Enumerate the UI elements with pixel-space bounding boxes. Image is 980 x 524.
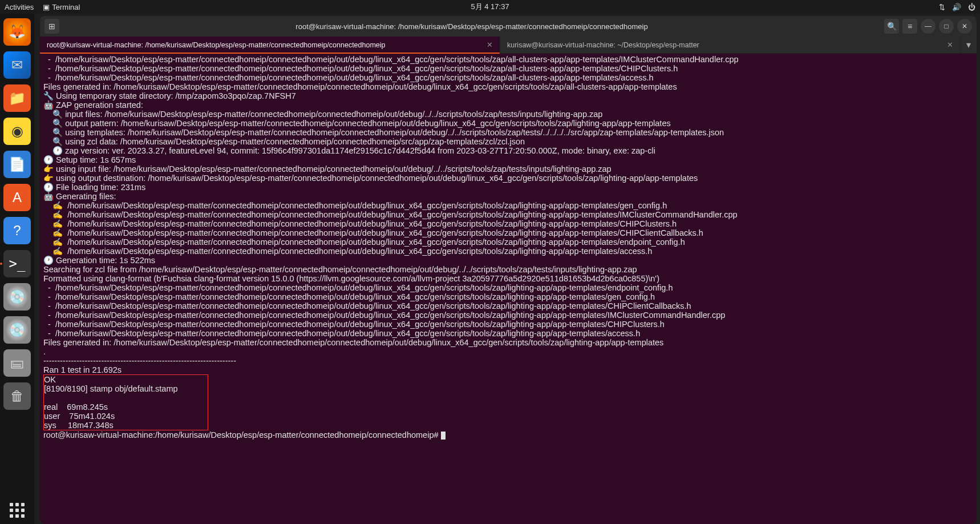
terminal-line: 🕐 zap version: ver. 2023.3.27, featureLe… [43,146,973,155]
terminal-line: ✍ /home/kurisaw/Desktop/esp/esp-matter/c… [43,237,973,247]
search-icon: 🔍 [887,22,897,31]
terminal-line: [8190/8190] stamp obj/default.stamp [44,384,208,393]
tab-1[interactable]: root@kurisaw-virtual-machine: /home/kuri… [40,37,500,53]
gnome-top-bar: Activities ▣ Terminal 5月 4 17:37 ⇅ 🔊 ⏻ [0,0,980,14]
dock-removable[interactable]: 🖴 [3,349,31,377]
tab-2-close-icon[interactable]: ✕ [947,41,953,49]
terminal-line: - /home/kurisaw/Desktop/esp/esp-matter/c… [43,301,973,311]
terminal-line: 🔧 Using temporary state directory: /tmp/… [43,91,973,100]
dock-writer[interactable]: 📄 [3,151,31,178]
power-icon[interactable]: ⏻ [968,3,975,11]
terminal-window: ⊞ root@kurisaw-virtual-machine: /home/ku… [40,16,977,524]
terminal-line: 🕐 Setup time: 1s 657ms [43,155,973,164]
terminal-line: 🤖 Generating files: [43,192,973,201]
dock-help[interactable]: ? [3,217,31,244]
terminal-line: - /home/kurisaw/Desktop/esp/esp-matter/c… [43,320,973,329]
terminal-line: 🕐 Generation time: 1s 522ms [43,256,973,265]
terminal-line: user 75m41.024s [44,412,208,421]
tab-2-label: kurisaw@kurisaw-virtual-machine: ~/Deskt… [507,41,942,49]
terminal-line: 🔍 using templates: /home/kurisaw/Desktop… [43,128,973,137]
terminal-line: 🕐 File loading time: 231ms [43,183,973,192]
app-indicator[interactable]: ▣ Terminal [43,3,80,11]
highlight-box: OK [8190/8190] stamp obj/default.stamp r… [43,374,208,430]
dock-rhythmbox[interactable]: ◉ [3,118,31,145]
volume-icon[interactable]: 🔊 [952,3,961,11]
maximize-button[interactable]: □ [939,19,954,34]
terminal-line: Files generated in: /home/kurisaw/Deskto… [43,82,973,91]
apps-grid-icon [10,503,25,518]
terminal-viewport[interactable]: - /home/kurisaw/Desktop/esp/esp-matter/c… [40,54,977,524]
dock-disc-2[interactable]: 💿 [3,316,31,344]
chevron-down-icon: ▾ [966,39,971,50]
terminal-line: 🤖 ZAP generation started: [43,100,973,110]
app-name: Terminal [52,3,80,11]
ubuntu-dock: 🦊 ✉ 📁 ◉ 📄 A ? >_ 💿 💿 🖴 🗑 [0,14,34,524]
tab-1-close-icon[interactable]: ✕ [487,41,493,49]
terminal-line: - /home/kurisaw/Desktop/esp/esp-matter/c… [43,73,973,82]
terminal-line [44,393,208,402]
titlebar: ⊞ root@kurisaw-virtual-machine: /home/ku… [40,16,977,37]
minimize-button[interactable]: — [921,19,936,34]
dock-firefox[interactable]: 🦊 [3,18,31,46]
menu-button[interactable]: ≡ [902,19,917,34]
terminal-line: - /home/kurisaw/Desktop/esp/esp-matter/c… [43,329,973,338]
dock-trash[interactable]: 🗑 [3,382,31,410]
terminal-line: real 69m8.245s [44,402,208,412]
terminal-line: . [43,347,973,356]
prompt-line[interactable]: root@kurisaw-virtual-machine:/home/kuris… [43,430,973,440]
terminal-app-icon: ▣ [43,3,50,11]
dock-disc-1[interactable]: 💿 [3,283,31,311]
terminal-line: ✍ /home/kurisaw/Desktop/esp/esp-matter/c… [43,210,973,219]
activities-button[interactable]: Activities [5,3,34,11]
cursor [441,432,446,440]
tab-bar: root@kurisaw-virtual-machine: /home/kuri… [40,37,977,54]
terminal-line: sys 18m47.348s [44,421,208,430]
tab-1-label: root@kurisaw-virtual-machine: /home/kuri… [47,41,482,49]
terminal-line: - /home/kurisaw/Desktop/esp/esp-matter/c… [43,55,973,64]
terminal-line: Ran 1 test in 21.692s [43,365,973,374]
terminal-line: 🔍 input files: /home/kurisaw/Desktop/esp… [43,110,973,119]
window-title: root@kurisaw-virtual-machine: /home/kuri… [64,22,880,31]
tab-dropdown[interactable]: ▾ [961,37,977,53]
terminal-line: 🔍 output pattern: /home/kurisaw/Desktop/… [43,119,973,128]
terminal-line: ----------------------------------------… [43,356,973,365]
terminal-line: 🔍 using zcl data: /home/kurisaw/Desktop/… [43,137,973,146]
terminal-line: OK [44,375,208,384]
close-button[interactable]: ✕ [957,19,972,34]
terminal-line: - /home/kurisaw/Desktop/esp/esp-matter/c… [43,311,973,320]
hamburger-icon: ≡ [908,22,912,31]
terminal-line: - /home/kurisaw/Desktop/esp/esp-matter/c… [43,283,973,292]
new-tab-button[interactable]: ⊞ [44,19,59,34]
terminal-line: ✍ /home/kurisaw/Desktop/esp/esp-matter/c… [43,201,973,210]
dock-terminal[interactable]: >_ [3,250,31,277]
terminal-line: Searching for zcl file from /home/kurisa… [43,265,973,274]
network-icon[interactable]: ⇅ [939,3,945,11]
dock-thunderbird[interactable]: ✉ [3,51,31,79]
terminal-line: Formatted using clang-format (b'Fuchsia … [43,274,973,283]
tab-2[interactable]: kurisaw@kurisaw-virtual-machine: ~/Deskt… [500,37,961,53]
show-applications[interactable] [3,497,31,524]
terminal-line: Files generated in: /home/kurisaw/Deskto… [43,338,973,347]
clock[interactable]: 5月 4 17:37 [471,2,509,12]
prompt-text: root@kurisaw-virtual-machine:/home/kuris… [43,430,441,440]
terminal-line: 👉 using output destination: /home/kurisa… [43,174,973,183]
terminal-line: ✍ /home/kurisaw/Desktop/esp/esp-matter/c… [43,228,973,237]
terminal-line: - /home/kurisaw/Desktop/esp/esp-matter/c… [43,64,973,73]
terminal-line: 👉 using input file: /home/kurisaw/Deskto… [43,164,973,174]
dock-software[interactable]: A [3,184,31,211]
terminal-line: ✍ /home/kurisaw/Desktop/esp/esp-matter/c… [43,247,973,256]
dock-files[interactable]: 📁 [3,84,31,112]
terminal-line: ✍ /home/kurisaw/Desktop/esp/esp-matter/c… [43,219,973,228]
terminal-line: - /home/kurisaw/Desktop/esp/esp-matter/c… [43,292,973,301]
search-button[interactable]: 🔍 [884,19,899,34]
